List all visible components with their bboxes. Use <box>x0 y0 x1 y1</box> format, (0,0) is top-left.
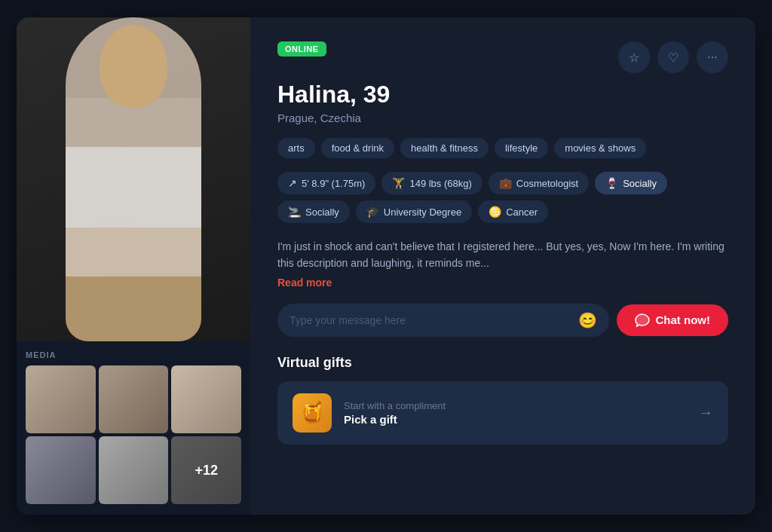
gift-card[interactable]: 🍯 Start with a compliment Pick a gift → <box>277 381 728 445</box>
left-panel: MEDIA <box>17 17 250 515</box>
media-more-overlay: +12 <box>171 436 241 504</box>
gift-subtitle: Start with a compliment <box>344 400 686 411</box>
profile-card: MEDIA <box>17 17 755 515</box>
interests-list: arts food & drink health & fitness lifes… <box>277 138 728 158</box>
media-thumb-bg-5 <box>99 436 169 504</box>
media-thumb-bg-3 <box>171 365 241 433</box>
profile-location: Prague, Czechia <box>277 112 728 124</box>
gift-icon: 🍯 <box>293 393 332 433</box>
attr-weight-label: 149 lbs (68kg) <box>409 178 471 189</box>
attr-job-label: Cosmetologist <box>516 178 578 189</box>
smoke-icon: 🚬 <box>288 206 301 218</box>
education-icon: 🎓 <box>366 206 379 218</box>
attr-zodiac-label: Cancer <box>506 206 538 218</box>
interest-tag-food[interactable]: food & drink <box>321 138 394 158</box>
attr-smoke: 🚬 Socially <box>277 200 350 223</box>
media-thumb-1[interactable] <box>26 365 96 433</box>
profile-photo <box>17 17 250 341</box>
media-more-count: +12 <box>195 463 218 478</box>
chat-now-button[interactable]: Chat now! <box>617 304 729 336</box>
weight-icon: 🏋 <box>392 177 405 189</box>
gift-emoji: 🍯 <box>299 400 326 425</box>
attributes-list: ↗ 5' 8.9" (1.75m) 🏋 149 lbs (68kg) 💼 Cos… <box>277 172 728 223</box>
interest-tag-lifestyle[interactable]: lifestyle <box>495 138 548 158</box>
attr-height: ↗ 5' 8.9" (1.75m) <box>277 172 375 194</box>
media-thumb-bg-1 <box>26 365 96 433</box>
drink-icon: 🍷 <box>605 177 618 189</box>
chat-bubble-icon <box>635 313 650 327</box>
person-silhouette <box>17 17 250 341</box>
job-icon: 💼 <box>499 177 512 189</box>
heart-button[interactable]: ♡ <box>657 41 689 73</box>
heart-icon: ♡ <box>668 50 679 65</box>
attr-height-label: 5' 8.9" (1.75m) <box>302 178 365 189</box>
media-thumb-bg-4 <box>26 436 96 504</box>
online-badge: ONLINE <box>277 41 326 57</box>
media-thumb-5[interactable] <box>99 436 169 504</box>
media-thumb-6[interactable]: +12 <box>171 436 241 504</box>
media-grid: +12 <box>26 365 241 504</box>
attr-weight: 🏋 149 lbs (68kg) <box>381 172 482 194</box>
virtual-gifts-title: Virtual gifts <box>277 355 728 371</box>
height-icon: ↗ <box>288 177 297 189</box>
attr-job: 💼 Cosmetologist <box>489 172 589 194</box>
right-panel: ONLINE ☆ ♡ ··· Halina, 39 Prague, Czechi… <box>250 17 755 515</box>
gift-title: Pick a gift <box>344 413 686 426</box>
more-button[interactable]: ··· <box>697 41 728 73</box>
interest-tag-health[interactable]: health & fitness <box>400 138 489 158</box>
star-button[interactable]: ☆ <box>618 41 650 73</box>
more-icon: ··· <box>707 50 717 64</box>
emoji-icon: 😊 <box>578 312 597 329</box>
media-thumb-3[interactable] <box>171 365 241 433</box>
media-thumb-2[interactable] <box>99 365 169 433</box>
attr-education-label: University Degree <box>384 206 461 218</box>
bio-text: I'm just in shock and can't believe that… <box>277 238 728 272</box>
attr-smoke-label: Socially <box>305 206 339 218</box>
media-thumb-bg-2 <box>99 365 169 433</box>
attr-drink: 🍷 Socially <box>595 172 667 194</box>
attr-zodiac: ♋ Cancer <box>478 200 548 223</box>
message-input[interactable] <box>290 314 572 326</box>
message-input-wrap: 😊 <box>277 304 609 337</box>
media-label: MEDIA <box>26 350 241 359</box>
gift-arrow-icon: → <box>698 404 713 421</box>
read-more-button[interactable]: Read more <box>277 277 332 289</box>
media-thumb-4[interactable] <box>26 436 96 504</box>
profile-name: Halina, 39 <box>277 81 728 109</box>
attr-education: 🎓 University Degree <box>356 200 472 223</box>
attr-drink-label: Socially <box>623 178 657 189</box>
chat-now-label: Chat now! <box>656 313 711 326</box>
top-row: ONLINE ☆ ♡ ··· <box>277 41 728 73</box>
zodiac-icon: ♋ <box>489 206 501 218</box>
star-icon: ☆ <box>629 50 639 65</box>
interest-tag-arts[interactable]: arts <box>277 138 315 158</box>
message-row: 😊 Chat now! <box>277 304 728 337</box>
interest-tag-movies[interactable]: movies & shows <box>554 138 646 158</box>
media-section: MEDIA <box>17 341 250 515</box>
action-icons: ☆ ♡ ··· <box>618 41 728 73</box>
gift-text: Start with a compliment Pick a gift <box>344 400 686 426</box>
emoji-button[interactable]: 😊 <box>578 311 597 329</box>
